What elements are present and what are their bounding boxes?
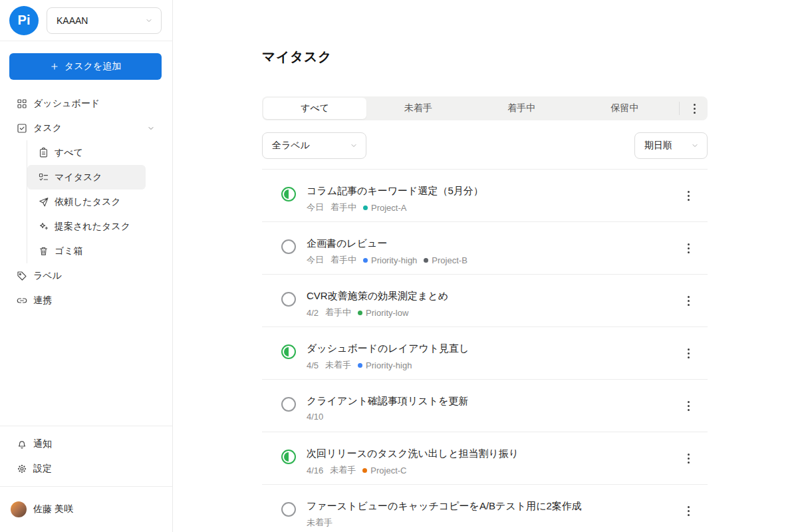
dashboard-grid-icon (16, 98, 28, 110)
task-menu-button[interactable] (682, 294, 695, 307)
add-task-button[interactable]: タスクを追加 (9, 53, 162, 80)
tab-in-progress[interactable]: 着手中 (470, 98, 573, 119)
sort-order-dropdown[interactable]: 期日順 (634, 132, 708, 159)
task-row: ファーストビューのキャッチコピーをA/Bテスト用に2案作成 未着手 (262, 485, 708, 532)
task-date: 4/2 (307, 308, 319, 318)
user-avatar (11, 501, 27, 517)
sidebar-item-labels[interactable]: ラベル (0, 263, 172, 288)
task-title[interactable]: 企画書のレビュー (307, 236, 467, 251)
workspace-selector[interactable]: KAAAN (47, 7, 162, 34)
sidebar-item-settings[interactable]: 設定 (0, 456, 172, 481)
label-color-dot (424, 258, 428, 263)
bell-icon (16, 438, 28, 450)
filter-bar: 全ラベル 期日順 (262, 132, 708, 159)
task-meta: 未着手 (307, 517, 582, 529)
kebab-icon (688, 102, 701, 115)
task-title[interactable]: ダッシュボードのレイアウト見直し (307, 341, 469, 356)
sidebar-item-requested-tasks[interactable]: 依頼したタスク (27, 190, 146, 214)
plus-icon (50, 62, 59, 71)
task-row: ダッシュボードのレイアウト見直し 4/5 未着手 Priority-high (262, 327, 708, 380)
app-logo: Pi (9, 6, 39, 35)
task-meta: 今日 着手中 Priority-high Project-B (307, 254, 467, 266)
task-list: コラム記事のキーワード選定（5月分） 今日 着手中 Project-A (262, 170, 708, 532)
label-color-dot (362, 468, 367, 473)
task-label-chip: Priority-high (363, 255, 417, 265)
label-color-dot (358, 311, 362, 315)
status-empty-circle-icon[interactable] (281, 239, 296, 254)
task-title[interactable]: コラム記事のキーワード選定（5月分） (307, 184, 483, 198)
clipboard-icon (38, 147, 49, 158)
chevron-down-icon (350, 142, 358, 150)
task-menu-button[interactable] (682, 189, 695, 202)
chevron-down-icon[interactable] (147, 124, 155, 132)
sidebar-item-suggested-tasks[interactable]: 提案されたタスク (27, 214, 146, 239)
label-filter-dropdown[interactable]: 全ラベル (262, 132, 366, 159)
sidebar-item-notifications[interactable]: 通知 (0, 432, 172, 456)
task-label-chip: Project-C (362, 466, 406, 475)
task-row: CVR改善施策の効果測定まとめ 4/2 着手中 Priority-low (262, 275, 708, 327)
link-icon (16, 295, 28, 307)
tab-not-started[interactable]: 未着手 (366, 98, 469, 119)
task-date: 今日 (307, 201, 324, 213)
sidebar-item-my-tasks[interactable]: マイタスク (27, 165, 146, 190)
sidebar-item-tasks[interactable]: タスク (0, 116, 172, 140)
main-area: マイタスク すべて 未着手 着手中 保留中 全ラベル (173, 0, 798, 532)
task-menu-button[interactable] (682, 399, 695, 412)
label-color-dot (363, 205, 368, 210)
task-menu-button[interactable] (682, 452, 695, 465)
task-row: クライアント確認事項リストを更新 4/10 (262, 380, 708, 432)
status-tabbar: すべて 未着手 着手中 保留中 (262, 96, 708, 120)
status-half-progress-icon[interactable] (281, 344, 296, 359)
sidebar-nav: ダッシュボード タスク すべて (0, 80, 172, 313)
label-color-dot (358, 363, 362, 368)
sparkles-icon (38, 221, 49, 232)
task-title[interactable]: CVR改善施策の効果測定まとめ (307, 289, 448, 303)
tasks-sub-list: すべて マイタスク 依頼したタスク (27, 140, 172, 263)
task-state: 着手中 (331, 254, 356, 266)
sidebar-item-integrations[interactable]: 連携 (0, 288, 172, 313)
task-label-chip: Project-B (424, 255, 467, 265)
sidebar-item-dashboard[interactable]: ダッシュボード (0, 91, 172, 116)
task-date: 今日 (307, 254, 324, 266)
task-title[interactable]: 次回リリースのタスク洗い出しと担当割り振り (307, 446, 519, 461)
task-title[interactable]: クライアント確認事項リストを更新 (307, 394, 469, 408)
task-row: コラム記事のキーワード選定（5月分） 今日 着手中 Project-A (262, 170, 708, 222)
task-label-chip: Priority-high (358, 360, 412, 370)
tabbar-more-button[interactable] (682, 98, 706, 119)
workspace-name: KAAAN (57, 15, 88, 26)
task-meta: 今日 着手中 Project-A (307, 201, 483, 213)
task-date: 4/16 (307, 466, 323, 475)
tab-all[interactable]: すべて (263, 98, 366, 119)
tab-on-hold[interactable]: 保留中 (573, 98, 676, 119)
trash-icon (38, 245, 49, 257)
user-profile[interactable]: 佐藤 美咲 (0, 486, 172, 532)
checklist-icon (38, 172, 49, 183)
tag-icon (16, 270, 28, 282)
task-menu-button[interactable] (682, 346, 695, 360)
status-half-progress-icon[interactable] (281, 450, 296, 464)
task-menu-button[interactable] (682, 241, 695, 255)
app-window: Pi KAAAN タスクを追加 ダッシュボード (0, 0, 798, 532)
task-meta: 4/16 未着手 Project-C (307, 464, 519, 476)
task-menu-button[interactable] (682, 504, 695, 517)
sidebar-item-trash[interactable]: ゴミ箱 (27, 239, 146, 263)
status-empty-circle-icon[interactable] (281, 397, 296, 412)
sidebar-footer: 通知 設定 (0, 426, 172, 486)
task-state: 未着手 (330, 464, 356, 476)
task-state: 着手中 (331, 201, 356, 213)
task-label-chip: Project-A (363, 203, 406, 213)
sidebar-header: Pi KAAAN (0, 0, 172, 41)
status-empty-circle-icon[interactable] (281, 502, 296, 517)
send-icon (38, 196, 49, 207)
task-title[interactable]: ファーストビューのキャッチコピーをA/Bテスト用に2案作成 (307, 499, 582, 513)
chevron-down-icon (145, 17, 153, 25)
task-state: 未着手 (307, 517, 332, 529)
task-state: 未着手 (325, 359, 351, 371)
status-half-progress-icon[interactable] (281, 187, 296, 201)
task-meta: 4/10 (307, 412, 469, 422)
task-date: 4/5 (307, 360, 319, 370)
status-empty-circle-icon[interactable] (281, 292, 296, 307)
task-row: 企画書のレビュー 今日 着手中 Priority-high Project-B (262, 222, 708, 275)
sidebar-item-all-tasks[interactable]: すべて (27, 140, 146, 165)
task-meta: 4/5 未着手 Priority-high (307, 359, 469, 371)
